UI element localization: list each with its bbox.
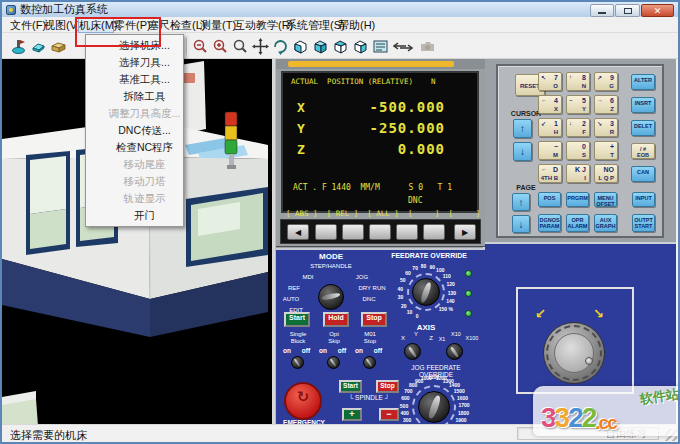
cube-top-icon[interactable] — [332, 38, 349, 55]
function-key[interactable]: OPR ALARM — [566, 214, 589, 232]
menu-item[interactable]: 基准工具... — [86, 71, 183, 88]
cycle-start-button[interactable]: Start — [284, 312, 310, 327]
feed-hold-button[interactable]: Hold — [323, 312, 349, 327]
menu-file[interactable]: 文件(F) — [10, 17, 44, 33]
dial-value: 150 % — [439, 306, 453, 312]
menu-view[interactable]: 视图(V) — [44, 17, 78, 33]
menu-item[interactable]: 选择机床... — [86, 37, 183, 54]
jog-plus-button[interactable]: + — [342, 408, 362, 421]
menu-item[interactable]: 移动尾座 — [86, 156, 183, 173]
function-key[interactable]: DGNOS PARAM — [538, 214, 561, 232]
handwheel-crank[interactable] — [585, 357, 593, 365]
maximize-button[interactable] — [615, 4, 640, 17]
jog-feedrate-knob[interactable] — [418, 391, 450, 423]
opt-skip-switch[interactable] — [327, 356, 340, 369]
cube-front-icon[interactable] — [292, 38, 309, 55]
title-bar[interactable]: 数控加工仿真系统 ✕ — [2, 2, 678, 17]
address-key[interactable]: +T — [594, 141, 618, 160]
cursor-up-key[interactable]: ↑ — [513, 119, 532, 138]
address-key[interactable]: NOL Q P — [594, 164, 618, 183]
menu-help[interactable]: 帮助(H) — [338, 17, 372, 33]
softkey-blank[interactable] — [342, 224, 364, 240]
edit-key[interactable]: / # EOB — [631, 143, 655, 159]
address-key[interactable]: →6Z — [594, 95, 618, 114]
menu-item[interactable]: 轨迹显示 — [86, 190, 183, 207]
mode-selector-knob[interactable] — [318, 284, 344, 310]
softkey-blank[interactable] — [396, 224, 418, 240]
page-down-key[interactable]: ↓ — [512, 215, 530, 233]
page-up-key[interactable]: ↑ — [512, 193, 530, 211]
menu-item[interactable]: 开门 — [86, 207, 183, 224]
swap-axes-icon[interactable] — [392, 38, 414, 55]
cube-side-icon[interactable] — [352, 38, 369, 55]
function-key[interactable]: INPUT — [632, 192, 655, 207]
mode-title: MODE — [306, 252, 356, 261]
address-key[interactable]: ↘3R — [594, 118, 618, 137]
menu-gauge-check[interactable]: 塞尺检查(L) — [148, 17, 200, 33]
function-key[interactable]: POS — [538, 192, 561, 207]
menu-part[interactable]: 零件(P) — [114, 17, 148, 33]
spindle-start-button[interactable]: Start — [339, 380, 362, 393]
cube-iso-icon[interactable] — [312, 38, 329, 55]
function-key[interactable]: AUX GRAPH — [594, 214, 617, 232]
window-title: 数控加工仿真系统 — [20, 2, 108, 17]
single-block-switch[interactable] — [291, 356, 304, 369]
menu-measure[interactable]: 测量(T) — [200, 17, 234, 33]
menu-item[interactable]: DNC传送... — [86, 122, 183, 139]
address-key[interactable]: ↗9G — [594, 72, 618, 91]
edit-key[interactable]: DELET — [631, 120, 655, 136]
clamp-tool-icon[interactable] — [10, 38, 27, 55]
eraser-icon[interactable] — [30, 38, 47, 55]
softkey-blank[interactable] — [315, 224, 337, 240]
jog-minus-button[interactable]: − — [379, 408, 399, 421]
view-list-icon[interactable] — [372, 38, 389, 55]
address-key[interactable]: ↖7O — [538, 72, 562, 91]
function-key[interactable]: MENU OFSET — [594, 192, 617, 207]
feedrate-override-knob[interactable] — [412, 278, 440, 306]
pan-icon[interactable] — [252, 38, 269, 55]
increment-select-knob[interactable] — [446, 343, 463, 360]
menu-item[interactable]: 调整刀具高度... — [86, 105, 183, 122]
zoom-window-icon[interactable] — [232, 38, 249, 55]
menu-item[interactable]: 移动刀塔 — [86, 173, 183, 190]
softkey-arrow[interactable]: ▶ — [454, 224, 476, 240]
softkey-arrow[interactable]: ◀ — [287, 224, 309, 240]
menu-system-manage[interactable]: 系统管理(S) — [286, 17, 338, 33]
address-key[interactable]: K JI — [566, 164, 590, 183]
spindle-stop-button[interactable]: Stop — [376, 380, 399, 393]
close-button[interactable]: ✕ — [641, 4, 674, 17]
edit-key[interactable]: INSRT — [631, 97, 655, 113]
edit-key[interactable]: CAN — [631, 166, 655, 182]
menu-item[interactable]: 拆除工具 — [86, 88, 183, 105]
address-key[interactable]: ↑8N — [566, 72, 590, 91]
emergency-stop-button[interactable]: ↻ — [284, 382, 322, 420]
rotate-view-icon[interactable] — [272, 38, 289, 55]
menu-item[interactable]: 选择刀具... — [86, 54, 183, 71]
address-key[interactable]: 0S — [566, 141, 590, 160]
m01-stop-switch[interactable] — [363, 356, 376, 369]
zoom-out-icon[interactable] — [192, 38, 209, 55]
mode-jog: JOG — [348, 274, 376, 281]
function-key[interactable]: OUTPT START — [632, 214, 655, 232]
cursor-down-key[interactable]: ↓ — [513, 142, 532, 161]
axis-select-knob[interactable] — [404, 343, 421, 360]
address-key[interactable]: ~5Y — [566, 95, 590, 114]
function-key[interactable]: PRGRM — [566, 192, 589, 207]
cycle-stop-button[interactable]: Stop — [361, 312, 387, 327]
address-key[interactable]: ↓2F — [566, 118, 590, 137]
address-key[interactable]: −M — [538, 141, 562, 160]
address-key[interactable]: ←D4TH B — [538, 164, 562, 183]
minimize-button[interactable] — [590, 4, 614, 17]
softkey-blank[interactable] — [369, 224, 391, 240]
menu-machine[interactable]: 机床(M) 选择机床...选择刀具...基准工具...拆除工具调整刀具高度...… — [78, 17, 114, 33]
address-key[interactable]: ←4X — [538, 95, 562, 114]
softkey-blank[interactable] — [423, 224, 445, 240]
watermark-site-label: 软件站 — [639, 385, 680, 408]
address-key[interactable]: ↙1H — [538, 118, 562, 137]
edit-key[interactable]: ALTER — [631, 74, 655, 90]
axis-y-label: Y — [409, 331, 423, 338]
menu-item[interactable]: 检查NC程序 — [86, 139, 183, 156]
menu-interactive-teaching[interactable]: 互动教学(R) — [234, 17, 286, 33]
zoom-in-icon[interactable] — [212, 38, 229, 55]
toolbox-icon[interactable] — [50, 38, 67, 55]
